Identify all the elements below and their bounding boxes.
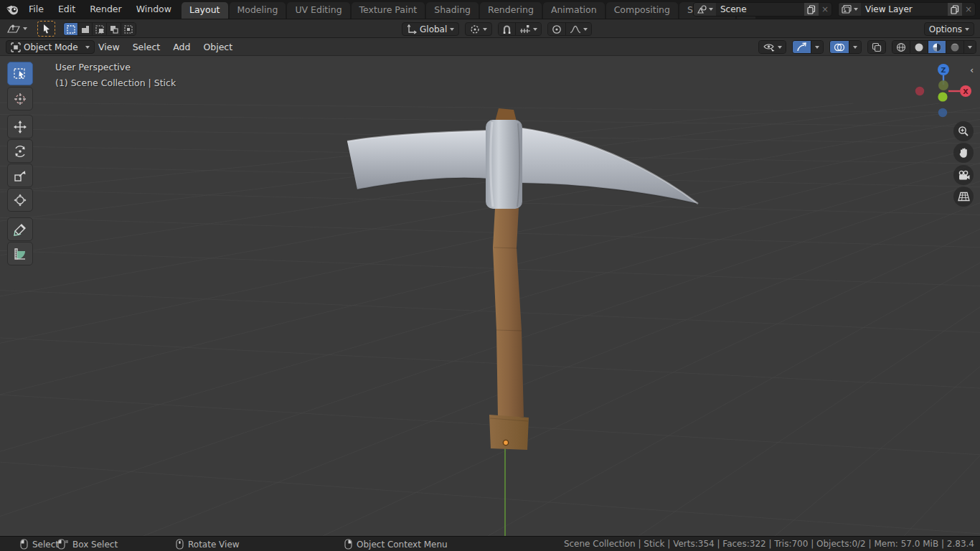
view-navigation-gizmo[interactable]: Z X (913, 62, 979, 122)
chevron-down-icon (583, 28, 588, 31)
menu-window[interactable]: Window (129, 0, 179, 19)
sidebar-collapse-arrow[interactable]: ‹ (970, 65, 974, 75)
scene-new-copy-button[interactable] (804, 3, 819, 16)
xray-toggle[interactable] (868, 41, 885, 53)
view-layer-new-button[interactable] (948, 3, 962, 16)
tool-move[interactable] (7, 115, 33, 138)
duplicate-icon (807, 5, 816, 14)
pivot-point-dropdown[interactable] (465, 22, 492, 36)
transform-orientation-dropdown[interactable]: Global (402, 22, 459, 36)
select-mode-extend[interactable] (78, 23, 93, 35)
select-mode-set[interactable] (64, 23, 78, 35)
tab-rendering[interactable]: Rendering (480, 2, 542, 19)
viewport-3d[interactable]: User Perspective (1) Scene Collection | … (0, 56, 980, 536)
scene-unlink-button[interactable]: × (819, 3, 831, 16)
gizmo-arrow-icon (796, 42, 807, 52)
proportional-falloff-dropdown[interactable] (566, 23, 591, 35)
proportional-edit-toggle[interactable] (548, 23, 566, 35)
scene-icon (697, 4, 707, 14)
shading-solid-button[interactable] (910, 41, 928, 53)
camera-view-button[interactable] (953, 165, 974, 185)
active-tool-tweak-button[interactable] (37, 21, 55, 37)
tab-texture-paint[interactable]: Texture Paint (352, 2, 425, 19)
pickaxe-object[interactable] (347, 108, 698, 450)
menu-edit[interactable]: Edit (51, 0, 83, 19)
mouse-left-drag-icon (57, 539, 68, 550)
tab-uv-editing[interactable]: UV Editing (287, 2, 349, 19)
tool-select-box[interactable] (7, 62, 33, 85)
tab-compositing[interactable]: Compositing (606, 2, 678, 19)
scene-statistics: Scene Collection | Stick | Verts:354 | F… (564, 537, 974, 551)
scene-render (0, 56, 980, 536)
camera-icon (958, 170, 970, 181)
mode-dropdown[interactable]: Object Mode (6, 40, 95, 54)
select-mode-invert[interactable] (107, 23, 121, 35)
tab-layout[interactable]: Layout (182, 2, 228, 19)
select-extend-icon (81, 25, 90, 34)
chevron-down-icon (709, 8, 713, 11)
view-layer-name[interactable]: View Layer (861, 4, 948, 14)
tool-annotate[interactable] (7, 217, 33, 241)
mouse-left-icon (20, 539, 28, 550)
shading-mode-group (892, 40, 976, 54)
tool-cursor[interactable] (7, 87, 33, 110)
zoom-view-button[interactable] (953, 121, 974, 141)
hint-rotate-view: Rotate View (176, 537, 240, 551)
view-layer-remove-button[interactable]: × (962, 3, 975, 16)
scene-selector[interactable]: Scene × (693, 2, 832, 17)
tool-rotate[interactable] (7, 139, 33, 163)
tab-shading[interactable]: Shading (426, 2, 479, 19)
toggle-ortho-button[interactable] (953, 187, 974, 207)
gizmo-axis-z-neg (938, 108, 947, 117)
pan-view-button[interactable] (953, 143, 974, 163)
tool-scale[interactable] (7, 164, 33, 187)
gizmos-dropdown[interactable] (811, 41, 823, 53)
scene-browse-button[interactable] (694, 3, 716, 16)
shading-material-preview-button[interactable] (928, 41, 946, 53)
orientation-axes-icon (407, 24, 417, 34)
view-layer-browse-button[interactable] (839, 3, 861, 16)
object-visibility-dropdown[interactable] (759, 41, 786, 53)
select-mode-intersect[interactable] (121, 23, 136, 35)
select-mode-group (63, 22, 136, 36)
handle-shaft (493, 208, 524, 417)
scene-name[interactable]: Scene (716, 4, 804, 14)
menu-render[interactable]: Render (83, 0, 129, 19)
overlays-dropdown[interactable] (849, 41, 861, 53)
snap-toggle-button[interactable] (499, 23, 516, 35)
gizmo-axis-y (938, 92, 947, 101)
menu-add[interactable]: Add (166, 39, 197, 56)
object-origin-point[interactable] (503, 440, 508, 445)
tab-animation[interactable]: Animation (543, 2, 605, 19)
menu-select[interactable]: Select (126, 39, 167, 56)
menu-view[interactable]: View (92, 39, 126, 56)
hint-object-context-menu: Object Context Menu (344, 537, 448, 551)
tool-measure[interactable] (7, 242, 33, 265)
show-gizmos-toggle[interactable] (793, 41, 811, 53)
snap-increment-icon (519, 24, 531, 34)
shading-wireframe-button[interactable] (892, 41, 910, 53)
show-overlays-toggle[interactable] (830, 41, 849, 53)
status-bar: Select Box Select Rotate View Object Con… (0, 536, 980, 551)
gizmo-axis-y-back (938, 80, 948, 90)
menu-object[interactable]: Object (197, 39, 239, 56)
tab-modeling[interactable]: Modeling (230, 2, 286, 19)
chevron-down-icon (965, 28, 969, 31)
mode-value: Object Mode (24, 42, 78, 52)
menu-file[interactable]: File (22, 0, 51, 19)
chevron-down-icon (815, 46, 819, 49)
hand-icon (958, 147, 969, 159)
editor-type-selector[interactable] (4, 22, 29, 36)
shading-rendered-button[interactable] (946, 41, 964, 53)
annotate-pen-icon (13, 222, 27, 237)
chevron-down-icon (23, 27, 27, 30)
select-mode-subtract[interactable] (93, 23, 107, 35)
options-dropdown[interactable]: Options (924, 22, 974, 36)
solid-sphere-icon (914, 42, 924, 52)
view-layer-selector[interactable]: View Layer × (838, 2, 976, 17)
snap-target-dropdown[interactable] (516, 23, 541, 35)
tool-transform[interactable] (7, 188, 33, 212)
shading-dropdown[interactable] (964, 41, 976, 53)
chevron-down-icon (85, 46, 90, 49)
svg-text:X: X (963, 88, 969, 95)
